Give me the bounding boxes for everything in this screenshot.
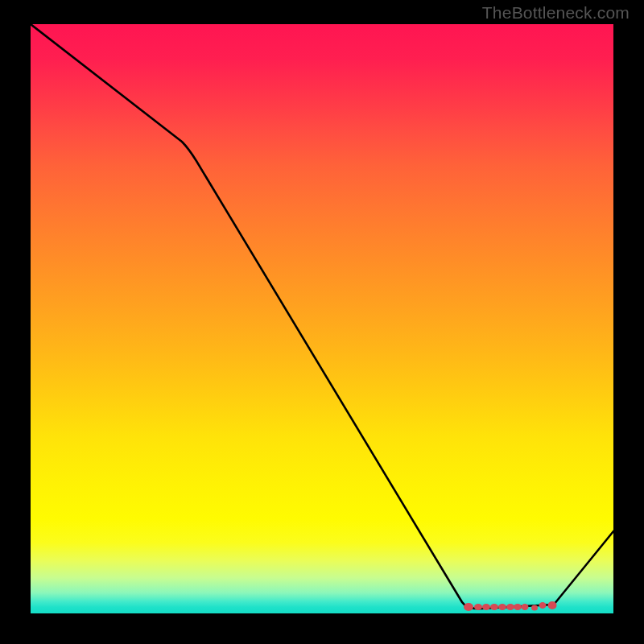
marker [539, 602, 547, 609]
marker-cluster [464, 601, 557, 611]
marker [498, 604, 506, 610]
marker [474, 604, 482, 610]
attribution: TheBottleneck.com [482, 3, 630, 23]
marker [514, 604, 522, 610]
marker [506, 604, 514, 610]
marker [482, 604, 490, 610]
marker [490, 604, 498, 610]
chart-root: TheBottleneck.com [0, 0, 644, 644]
plot-area [31, 24, 613, 613]
marker [548, 601, 557, 609]
curve-path [31, 24, 613, 609]
marker [464, 603, 473, 611]
marker [522, 604, 529, 610]
marker [531, 605, 538, 611]
curve-svg [31, 24, 613, 613]
